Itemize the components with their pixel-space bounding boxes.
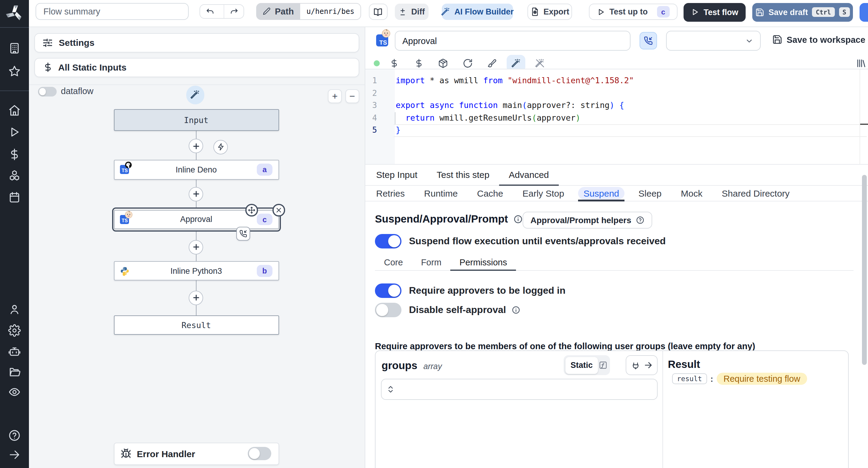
- tab-step-input[interactable]: Step Input: [367, 164, 427, 185]
- zoom-in-button[interactable]: +: [328, 89, 342, 103]
- tab-suspend[interactable]: Suspend: [574, 186, 629, 201]
- tab-advanced[interactable]: Advanced: [499, 164, 558, 185]
- groups-array-input[interactable]: [381, 379, 658, 400]
- info-icon[interactable]: [513, 214, 522, 224]
- sidebar-item-help[interactable]: [8, 429, 21, 441]
- sidebar-item-home[interactable]: [8, 104, 21, 117]
- library-icon[interactable]: [855, 58, 866, 68]
- add-step-button[interactable]: [189, 290, 203, 305]
- zoom-out-button[interactable]: −: [345, 89, 359, 103]
- connect-input-button[interactable]: [626, 355, 658, 375]
- tab-test-this-step[interactable]: Test this step: [427, 164, 499, 185]
- groups-mode-javascript[interactable]: [598, 357, 609, 374]
- sidebar-item-resources[interactable]: [8, 169, 21, 182]
- suspend-phone-badge: [236, 227, 250, 241]
- error-handler-toggle[interactable]: [248, 447, 271, 460]
- approval-prompt-helpers-button[interactable]: Approval/Prompt helpers: [523, 211, 652, 228]
- sidebar-item-schedules[interactable]: [8, 191, 21, 204]
- graph-ai-builder-button[interactable]: [186, 86, 204, 104]
- tag-select[interactable]: [666, 31, 761, 51]
- tab-cache[interactable]: Cache: [467, 186, 513, 201]
- sidebar-item-audit-logs[interactable]: [8, 386, 21, 398]
- content-scrollbar[interactable]: [862, 175, 867, 365]
- suspend-flow-toggle[interactable]: [375, 234, 401, 248]
- sidebar-collapse-icon[interactable]: [8, 448, 21, 461]
- code-editor[interactable]: 1import * as wmill from "windmill-client…: [365, 69, 868, 164]
- result-colon: :: [710, 374, 713, 384]
- zoom-in-label: +: [332, 91, 338, 101]
- format-brush-icon[interactable]: [487, 58, 497, 68]
- add-step-button[interactable]: [189, 187, 203, 201]
- tab-form[interactable]: Form: [412, 254, 451, 270]
- move-node-button[interactable]: [246, 204, 258, 216]
- save-draft-label: Save draft: [769, 8, 808, 17]
- test-flow-button[interactable]: Test flow: [684, 3, 746, 21]
- path-button-label: Path: [275, 6, 294, 16]
- add-trigger-button[interactable]: [214, 140, 228, 154]
- tab-label: Core: [384, 257, 403, 267]
- sidebar-item-workspace[interactable]: [8, 41, 21, 54]
- tab-core[interactable]: Core: [375, 254, 412, 270]
- ai-flow-builder-button[interactable]: AI Flow Builder: [442, 4, 513, 20]
- test-up-to-step-badge: c: [657, 6, 670, 18]
- workspace-logo-area[interactable]: [0, 0, 29, 27]
- result-key-chip[interactable]: result: [672, 373, 707, 384]
- node-input[interactable]: Input: [114, 109, 279, 130]
- suspend-mode-button[interactable]: [640, 32, 657, 50]
- path-value[interactable]: u/henri/bes: [301, 3, 361, 20]
- sidebar-item-users[interactable]: [8, 303, 21, 316]
- tab-shared-directory[interactable]: Shared Directory: [712, 186, 799, 201]
- ai-assist-off-icon[interactable]: [535, 58, 545, 68]
- tab-mock[interactable]: Mock: [671, 186, 712, 201]
- export-button[interactable]: Export: [527, 4, 572, 20]
- save-draft-button[interactable]: Save draft Ctrl S: [752, 3, 853, 21]
- all-static-inputs-button[interactable]: All Static Inputs: [34, 58, 359, 77]
- info-icon[interactable]: [512, 305, 521, 314]
- node-inline-deno[interactable]: TS Inline Deno a: [114, 160, 279, 179]
- reload-icon[interactable]: [462, 58, 472, 68]
- delete-node-button[interactable]: [273, 204, 285, 216]
- package-icon[interactable]: [438, 58, 448, 68]
- docs-button[interactable]: [369, 4, 387, 20]
- step-name-input[interactable]: Approval: [395, 31, 630, 51]
- sidebar-item-runs[interactable]: [8, 126, 21, 138]
- contextual-variables-icon[interactable]: [414, 58, 424, 68]
- variables-icon[interactable]: [390, 58, 399, 68]
- disable-self-approval-toggle[interactable]: [375, 302, 401, 317]
- groups-mode-segmented-control: Static: [564, 355, 610, 375]
- diff-button-label: Diff: [411, 7, 425, 16]
- tab-label: Test this step: [437, 170, 490, 180]
- typescript-approval-icon: TS: [376, 34, 388, 47]
- node-result[interactable]: Result: [114, 315, 279, 335]
- approval-prompt-helpers-label: Approval/Prompt helpers: [530, 215, 631, 225]
- flow-summary-input[interactable]: Flow summary: [36, 3, 189, 20]
- deploy-button-partial[interactable]: [860, 3, 868, 21]
- path-button[interactable]: Path: [256, 3, 301, 20]
- require-logged-in-toggle[interactable]: [375, 284, 401, 298]
- save-icon: [755, 8, 764, 17]
- tab-sleep[interactable]: Sleep: [629, 186, 671, 201]
- path-button-group: Path u/henri/bes: [256, 3, 361, 20]
- diff-button[interactable]: Diff: [395, 4, 429, 20]
- tab-permissions[interactable]: Permissions: [451, 254, 516, 270]
- redo-button[interactable]: [224, 5, 244, 18]
- groups-mode-static[interactable]: Static: [565, 357, 598, 374]
- sidebar-item-settings[interactable]: [8, 324, 21, 337]
- tab-early-stop[interactable]: Early Stop: [513, 186, 574, 201]
- add-step-button[interactable]: [189, 240, 203, 255]
- sidebar-item-workers[interactable]: [8, 345, 21, 358]
- node-inline-python3[interactable]: Inline Python3 b: [114, 261, 279, 281]
- test-up-to-button[interactable]: Test up to c: [589, 4, 678, 20]
- save-to-workspace-button[interactable]: Save to workspace: [772, 34, 865, 45]
- tab-retries[interactable]: Retries: [367, 186, 414, 201]
- sidebar-item-favorites[interactable]: [8, 64, 21, 77]
- add-step-button[interactable]: [189, 139, 203, 153]
- undo-button[interactable]: [200, 5, 220, 18]
- error-handler-box[interactable]: Error Handler: [114, 442, 279, 465]
- tab-runtime[interactable]: Runtime: [414, 186, 467, 201]
- sidebar-item-folders[interactable]: [8, 365, 21, 378]
- dataflow-toggle[interactable]: [38, 87, 57, 96]
- flow-settings-button[interactable]: Settings: [34, 33, 359, 53]
- result-value-highlight: Require testing flow: [717, 373, 807, 385]
- sidebar-item-variables[interactable]: [8, 148, 21, 160]
